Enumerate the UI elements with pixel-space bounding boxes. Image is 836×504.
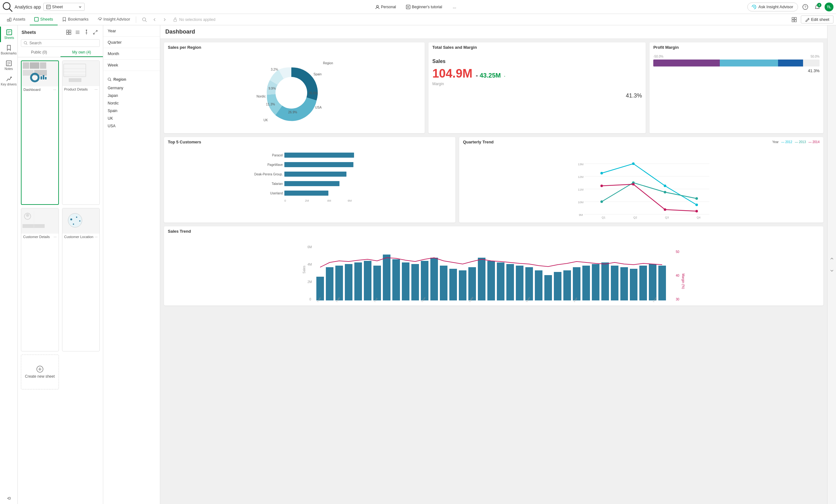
help-button[interactable]: ? xyxy=(800,2,810,12)
svg-text:Userland: Userland xyxy=(270,192,283,195)
top5-body: 0 2M 4M 6M Paracel 5.69M PageWave 5.63M xyxy=(164,147,455,207)
edit-sheet-button[interactable]: Edit sheet xyxy=(801,16,834,23)
sidebar-item-notes[interactable]: Notes xyxy=(0,58,17,73)
app-logo-area: Analytics app xyxy=(2,2,41,12)
notifications-button[interactable]: 3 xyxy=(813,2,822,12)
back-button[interactable] xyxy=(150,15,159,24)
sheet-card-product[interactable]: Product Details ··· xyxy=(62,60,100,205)
chevron-down-icon xyxy=(78,5,82,8)
svg-text:9M: 9M xyxy=(579,213,583,216)
more-options-button[interactable]: ... xyxy=(450,2,459,12)
sheet-card-customer-name: Customer Details xyxy=(23,235,50,239)
sheet-card-dashboard-more[interactable]: ··· xyxy=(53,88,56,92)
tab-bookmarks[interactable]: Bookmarks xyxy=(58,14,93,25)
svg-marker-7 xyxy=(407,6,409,8)
sheet-card-product-footer: Product Details ··· xyxy=(62,86,100,93)
ask-insight-advisor-button[interactable]: Ask Insight Advisor xyxy=(747,2,798,12)
sheet-card-location-more[interactable]: ··· xyxy=(95,235,97,239)
search-box xyxy=(21,39,100,47)
tab-assets[interactable]: Assets xyxy=(2,14,30,25)
svg-rect-173 xyxy=(630,269,638,301)
donut-chart: Region xyxy=(168,55,421,131)
edit-sheet-label: Edit sheet xyxy=(811,17,829,22)
svg-point-60 xyxy=(26,214,29,217)
topbar-center: Personal Beginner's tutorial ... xyxy=(87,2,745,12)
sheet-card-dashboard-name: Dashboard xyxy=(23,88,40,92)
expand-button[interactable] xyxy=(92,28,99,36)
toolbar-actions: No selections applied xyxy=(140,15,218,24)
svg-rect-46 xyxy=(30,62,39,69)
add-sheet-icon xyxy=(36,365,44,373)
sheet-card-dashboard[interactable]: Dashboard ··· xyxy=(21,60,59,205)
scroll-prev-button[interactable] xyxy=(827,254,836,264)
sales-per-region-card: Sales per Region Region xyxy=(164,42,425,133)
filter-month[interactable]: Month xyxy=(103,48,160,59)
sheet-thumb-customer xyxy=(21,208,59,234)
svg-rect-35 xyxy=(66,33,69,35)
grid-view-button[interactable] xyxy=(790,15,799,24)
svg-rect-58 xyxy=(69,78,81,82)
filter-year[interactable]: Year xyxy=(103,25,160,37)
dashboard-row-2: Top 5 Customers 0 2M 4M 6M Paracel 5.69M xyxy=(164,137,823,222)
margin-pct-display: 41.3% xyxy=(432,93,642,99)
toolbar-separator xyxy=(136,17,136,23)
smart-search-icon xyxy=(142,17,147,22)
create-new-sheet-card[interactable]: Create new sheet xyxy=(21,354,59,389)
profit-bar-labels: -50.0% 50.0% xyxy=(653,55,819,58)
tab-sheets[interactable]: Sheets xyxy=(30,14,57,25)
svg-point-66 xyxy=(76,216,77,218)
filter-germany[interactable]: Germany xyxy=(103,84,160,92)
sidebar-item-key-drivers[interactable]: Key drivers xyxy=(0,73,17,89)
svg-rect-165 xyxy=(554,272,562,301)
sheet-card-customer[interactable]: Customer Details ··· xyxy=(21,208,59,352)
svg-text:0: 0 xyxy=(309,297,311,301)
tab-my-own[interactable]: My own (4) xyxy=(60,48,103,57)
search-icon xyxy=(24,41,27,45)
list-view-toggle[interactable] xyxy=(74,28,81,36)
dashboard-title: Dashboard xyxy=(165,28,195,35)
filter-quarter[interactable]: Quarter xyxy=(103,37,160,48)
filter-spain[interactable]: Spain xyxy=(103,107,160,115)
list-icon xyxy=(75,30,80,35)
filter-week[interactable]: Week xyxy=(103,59,160,71)
bookmarks-sidebar-label: Bookmarks xyxy=(1,52,17,55)
svg-rect-151 xyxy=(421,261,429,301)
svg-text:40: 40 xyxy=(676,274,680,277)
donut-svg: Region xyxy=(247,58,342,128)
unpin-button[interactable] xyxy=(83,28,90,36)
filter-region-section: Region Germany Japan Nordic Spain UK USA xyxy=(103,75,160,130)
toolbar2: Assets Sheets Bookmarks Insight Advisor … xyxy=(0,14,836,25)
sidebar-item-collapse[interactable] xyxy=(0,492,17,504)
svg-rect-141 xyxy=(326,267,334,301)
tab-public[interactable]: Public (0) xyxy=(18,48,60,57)
personal-pill[interactable]: Personal xyxy=(373,3,398,11)
scroll-next-button[interactable] xyxy=(827,266,836,275)
insight-placeholder-text: Ask Insight Advisor xyxy=(758,4,793,9)
sheet-card-location[interactable]: Customer Location ··· xyxy=(62,208,100,352)
svg-rect-169 xyxy=(592,264,600,301)
tab-insight-advisor[interactable]: Insight Advisor xyxy=(93,14,135,25)
sidebar-icons: Sheets Bookmarks Notes Key drivers xyxy=(0,25,18,504)
svg-rect-162 xyxy=(525,267,533,301)
filter-japan[interactable]: Japan xyxy=(103,92,160,99)
collapse-icon xyxy=(6,495,12,502)
svg-rect-19 xyxy=(792,17,794,19)
filter-uk[interactable]: UK xyxy=(103,115,160,122)
tab-insight-label: Insight Advisor xyxy=(103,17,131,21)
sidebar-item-bookmarks[interactable]: Bookmarks xyxy=(0,42,17,58)
smart-search-button[interactable] xyxy=(140,15,149,24)
sheet-selector[interactable]: Sheet xyxy=(43,3,84,11)
sheet-card-product-more[interactable]: ··· xyxy=(95,88,97,91)
search-input[interactable] xyxy=(30,41,97,45)
tutorial-pill[interactable]: Beginner's tutorial xyxy=(403,3,444,11)
filter-nordic[interactable]: Nordic xyxy=(103,99,160,107)
sheet-card-customer-more[interactable]: ··· xyxy=(54,235,56,239)
grid-view-toggle[interactable] xyxy=(65,28,73,36)
svg-line-41 xyxy=(96,31,97,32)
sidebar-item-sheets[interactable]: Sheets xyxy=(0,26,17,42)
forward-button[interactable] xyxy=(160,15,169,24)
profit-margin-body: -50.0% 50.0% 41.3% xyxy=(649,52,823,76)
avatar[interactable]: TL xyxy=(824,2,834,12)
svg-rect-157 xyxy=(478,258,486,301)
filter-usa[interactable]: USA xyxy=(103,122,160,130)
